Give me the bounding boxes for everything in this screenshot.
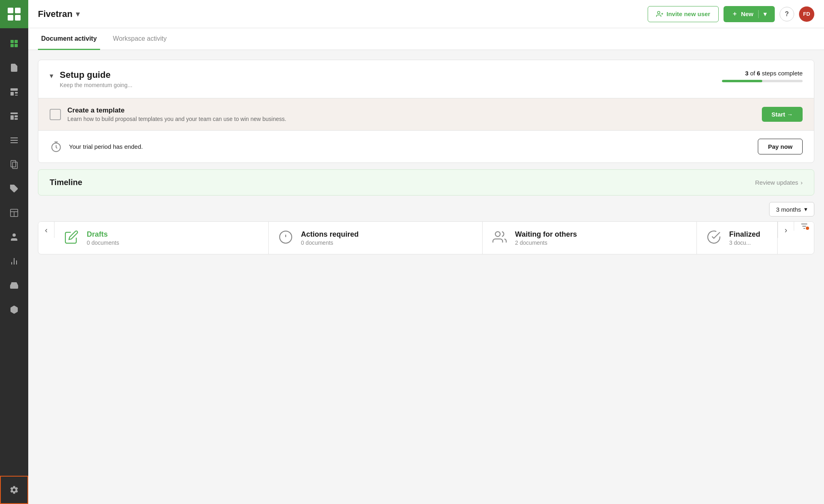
trial-text: Your trial period has ended. xyxy=(69,143,751,150)
sidebar-item-documents[interactable] xyxy=(0,56,28,80)
sidebar-item-analytics[interactable] xyxy=(0,249,28,273)
stat-item-drafts[interactable]: Drafts 0 documents xyxy=(54,222,269,254)
sidebar xyxy=(0,0,28,504)
waiting-count: 2 documents xyxy=(515,240,577,246)
create-template-row: Create a template Learn how to build pro… xyxy=(38,98,814,130)
svg-rect-13 xyxy=(10,115,14,120)
svg-rect-12 xyxy=(10,112,18,114)
stats-next-button[interactable]: › xyxy=(778,222,794,238)
svg-rect-8 xyxy=(10,88,18,91)
stats-row: ‹ Drafts 0 documents xyxy=(38,221,814,254)
timeline-title: Timeline xyxy=(50,178,755,187)
tab-document-activity[interactable]: Document activity xyxy=(38,29,100,50)
svg-point-36 xyxy=(496,232,500,237)
svg-rect-6 xyxy=(10,44,14,47)
filter-button[interactable] xyxy=(794,222,814,231)
sidebar-item-settings[interactable] xyxy=(0,476,28,504)
drafts-icon xyxy=(64,230,80,246)
app-title[interactable]: Fivetran ▾ xyxy=(38,9,79,19)
months-selector-button[interactable]: 3 months ▾ xyxy=(769,202,814,217)
months-dropdown-icon: ▾ xyxy=(804,206,807,213)
title-chevron-icon: ▾ xyxy=(76,10,79,19)
progress-fill xyxy=(722,80,762,82)
svg-rect-0 xyxy=(8,8,13,13)
svg-rect-14 xyxy=(15,115,18,117)
steps-complete: 3 xyxy=(745,70,748,77)
setup-guide-text: Setup guide Keep the momentum going... xyxy=(60,70,722,88)
avatar-initials: FD xyxy=(803,11,810,17)
dropdown-arrow-icon: ▾ xyxy=(763,10,767,18)
sidebar-item-tags[interactable] xyxy=(0,177,28,201)
sidebar-item-inbox[interactable] xyxy=(0,273,28,298)
svg-rect-20 xyxy=(13,162,17,169)
waiting-icon xyxy=(492,230,508,246)
months-label: 3 months xyxy=(776,206,801,213)
setup-guide-subtitle: Keep the momentum going... xyxy=(60,82,722,88)
tab-workspace-activity[interactable]: Workspace activity xyxy=(110,29,170,50)
setup-guide-title: Setup guide xyxy=(60,70,722,80)
new-button[interactable]: ＋ New ▾ xyxy=(724,6,775,22)
sidebar-item-pages[interactable] xyxy=(0,152,28,177)
review-updates-label: Review updates xyxy=(755,179,798,186)
svg-rect-4 xyxy=(10,40,14,43)
timer-icon xyxy=(50,140,63,153)
filter-notification-dot xyxy=(806,227,809,230)
start-button[interactable]: Start → xyxy=(762,107,803,122)
drafts-stat-text: Drafts 0 documents xyxy=(87,230,119,246)
setup-guide-header: ▾ Setup guide Keep the momentum going...… xyxy=(38,60,814,98)
template-checkbox[interactable] xyxy=(50,109,61,120)
sidebar-nav xyxy=(0,28,28,476)
sidebar-item-dashboard[interactable] xyxy=(0,31,28,56)
finalized-icon xyxy=(707,230,723,246)
stats-prev-button[interactable]: ‹ xyxy=(38,222,54,238)
timeline-card: Timeline Review updates › xyxy=(38,169,814,196)
sidebar-item-templates[interactable] xyxy=(0,80,28,104)
topbar-actions: Invite new user ＋ New ▾ ? FD xyxy=(648,6,814,22)
app-logo[interactable] xyxy=(0,0,28,28)
pay-now-button[interactable]: Pay now xyxy=(758,139,803,154)
sidebar-item-layouts[interactable] xyxy=(0,104,28,128)
sidebar-item-tables[interactable] xyxy=(0,201,28,225)
drafts-count: 0 documents xyxy=(87,240,119,246)
actions-required-count: 0 documents xyxy=(301,240,359,246)
steps-of: of xyxy=(750,70,757,77)
stat-item-actions-required[interactable]: Actions required 0 documents xyxy=(269,222,483,254)
finalized-count: 3 docu... xyxy=(729,240,760,246)
drafts-label: Drafts xyxy=(87,230,119,239)
svg-rect-9 xyxy=(10,92,14,96)
actions-required-label: Actions required xyxy=(301,230,359,239)
sidebar-item-contacts[interactable] xyxy=(0,225,28,249)
stat-item-waiting-for-others[interactable]: Waiting for others 2 documents xyxy=(483,222,697,254)
new-button-label: New xyxy=(741,10,753,17)
sidebar-item-list[interactable] xyxy=(0,128,28,152)
help-button[interactable]: ? xyxy=(780,7,794,21)
svg-point-25 xyxy=(13,233,16,237)
svg-rect-2 xyxy=(8,15,13,21)
waiting-stat-text: Waiting for others 2 documents xyxy=(515,230,577,246)
stat-item-finalized[interactable]: Finalized 3 docu... xyxy=(697,222,778,254)
svg-rect-3 xyxy=(15,15,21,21)
review-updates-link[interactable]: Review updates › xyxy=(755,179,803,186)
finalized-stat-text: Finalized 3 docu... xyxy=(729,230,760,246)
sidebar-item-3d[interactable] xyxy=(0,298,28,322)
svg-rect-5 xyxy=(15,40,18,43)
actions-required-icon xyxy=(278,230,295,246)
invite-button-label: Invite new user xyxy=(667,10,710,17)
waiting-label: Waiting for others xyxy=(515,230,577,239)
avatar[interactable]: FD xyxy=(799,6,814,22)
finalized-label: Finalized xyxy=(729,230,760,239)
help-label: ? xyxy=(785,10,789,18)
tabs-bar: Document activity Workspace activity xyxy=(28,28,824,50)
svg-rect-19 xyxy=(11,160,16,167)
trial-row: Your trial period has ended. Pay now xyxy=(38,131,814,162)
steps-total: 6 xyxy=(757,70,760,77)
setup-guide-collapse-button[interactable]: ▾ xyxy=(50,71,53,80)
svg-rect-1 xyxy=(15,8,21,13)
topbar: Fivetran ▾ Invite new user ＋ New ▾ xyxy=(28,0,824,28)
invite-user-button[interactable]: Invite new user xyxy=(648,6,719,22)
svg-rect-15 xyxy=(15,118,18,120)
svg-point-29 xyxy=(657,11,660,14)
invite-icon xyxy=(656,10,663,18)
content-area: ▾ Setup guide Keep the momentum going...… xyxy=(28,50,824,504)
steps-suffix: steps complete xyxy=(762,70,803,77)
